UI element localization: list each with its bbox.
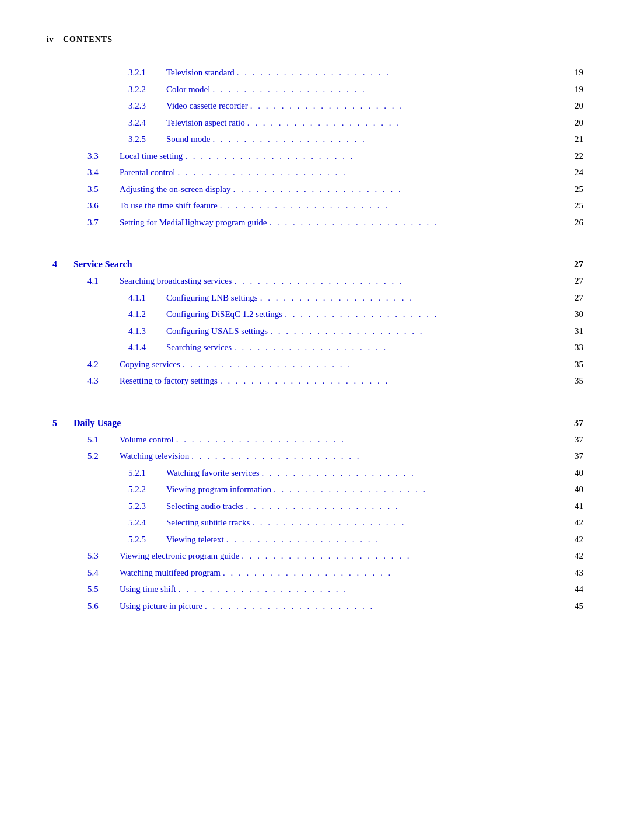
toc-num: 4.1.3 bbox=[128, 325, 166, 338]
toc-title: Configuring USALS settings bbox=[166, 325, 268, 338]
toc-title: Color model bbox=[166, 83, 210, 96]
toc-page: 25 bbox=[566, 183, 583, 196]
toc-entry: 5.2Watching television . . . . . . . . .… bbox=[52, 449, 583, 463]
toc-title: Viewing electronic program guide bbox=[120, 549, 239, 563]
toc-dots: . . . . . . . . . . . . . . . . . . . . bbox=[252, 516, 564, 529]
toc-num: 4.1.1 bbox=[128, 291, 166, 305]
toc-title: Configuring DiSEqC 1.2 settings bbox=[166, 308, 282, 321]
toc-num: 3.2.2 bbox=[128, 83, 166, 96]
page-number-label: iv bbox=[47, 35, 54, 44]
toc-page: 37 bbox=[566, 433, 583, 447]
toc-title: Television standard bbox=[166, 66, 235, 79]
toc-dots: . . . . . . . . . . . . . . . . . . . . … bbox=[242, 549, 564, 563]
toc-title: Adjusting the on-screen display bbox=[120, 183, 230, 196]
toc-dots: . . . . . . . . . . . . . . . . . . . . bbox=[234, 341, 564, 354]
toc-entry: 5.5Using time shift . . . . . . . . . . … bbox=[52, 583, 583, 596]
section-heading: 5Daily Usage37 bbox=[52, 418, 583, 428]
toc-title: Selecting subtitle tracks bbox=[166, 516, 250, 529]
toc-title: Video cassette recorder bbox=[166, 99, 248, 113]
toc-num: 5.3 bbox=[88, 549, 120, 563]
toc-page: 37 bbox=[566, 449, 583, 463]
toc-dots: . . . . . . . . . . . . . . . . . . . . bbox=[262, 466, 564, 480]
toc-num: 3.7 bbox=[88, 216, 120, 229]
toc-entry: 3.2.4Television aspect ratio . . . . . .… bbox=[52, 116, 583, 130]
section-title: Service Search bbox=[74, 259, 566, 270]
toc-page: 41 bbox=[566, 500, 583, 513]
toc-num: 3.4 bbox=[88, 166, 120, 179]
toc-num: 5.2.3 bbox=[128, 500, 166, 513]
toc-page: 42 bbox=[566, 549, 583, 563]
toc-dots: . . . . . . . . . . . . . . . . . . . . bbox=[274, 483, 564, 496]
toc-page: 40 bbox=[566, 466, 583, 480]
toc-dots: . . . . . . . . . . . . . . . . . . . . bbox=[270, 325, 564, 338]
toc-num: 5.2.5 bbox=[128, 533, 166, 546]
toc-title: Setting for MediaHighway program guide bbox=[120, 216, 267, 229]
toc-page: 42 bbox=[566, 516, 583, 529]
toc-page: 42 bbox=[566, 533, 583, 546]
toc-title: Resetting to factory settings bbox=[120, 374, 218, 388]
toc-entry: 5.3Viewing electronic program guide . . … bbox=[52, 549, 583, 563]
toc-title: Configuring LNB settings bbox=[166, 291, 258, 305]
toc-dots: . . . . . . . . . . . . . . . . . . . . bbox=[247, 116, 564, 130]
toc-num: 5.1 bbox=[88, 433, 120, 447]
toc-entry: 4.1Searching broadcasting services . . .… bbox=[52, 274, 583, 288]
toc-dots: . . . . . . . . . . . . . . . . . . . . … bbox=[185, 149, 564, 163]
toc-num: 3.2.5 bbox=[128, 133, 166, 146]
toc-num: 5.2 bbox=[88, 449, 120, 463]
toc-dots: . . . . . . . . . . . . . . . . . . . . … bbox=[220, 199, 564, 212]
toc-dots: . . . . . . . . . . . . . . . . . . . . bbox=[285, 308, 564, 321]
toc-dots: . . . . . . . . . . . . . . . . . . . . … bbox=[191, 449, 564, 463]
toc-page: 45 bbox=[566, 599, 583, 613]
toc-entry: 3.2.5Sound mode . . . . . . . . . . . . … bbox=[52, 133, 583, 146]
toc-entry: 5.2.1Watching favorite services . . . . … bbox=[52, 466, 583, 480]
page-header: iv CONTENTS bbox=[47, 35, 583, 48]
toc-title: Television aspect ratio bbox=[166, 116, 245, 130]
toc-entry: 5.2.2Viewing program information . . . .… bbox=[52, 483, 583, 496]
toc-num: 3.2.3 bbox=[128, 99, 166, 113]
toc-num: 3.2.1 bbox=[128, 66, 166, 79]
toc-page: 19 bbox=[566, 66, 583, 79]
toc-num: 3.2.4 bbox=[128, 116, 166, 130]
toc-dots: . . . . . . . . . . . . . . . . . . . . bbox=[246, 500, 564, 513]
toc-num: 4.2 bbox=[88, 358, 120, 371]
toc-entry: 5.2.5Viewing teletext . . . . . . . . . … bbox=[52, 533, 583, 546]
toc-entry: 3.5Adjusting the on-screen display . . .… bbox=[52, 183, 583, 196]
toc-entry: 5.6Using picture in picture . . . . . . … bbox=[52, 599, 583, 613]
toc-dots: . . . . . . . . . . . . . . . . . . . . … bbox=[183, 358, 564, 371]
toc-title: To use the time shift feature bbox=[120, 199, 218, 212]
toc-dots: . . . . . . . . . . . . . . . . . . . . bbox=[250, 99, 564, 113]
toc-entry: 4.3Resetting to factory settings . . . .… bbox=[52, 374, 583, 388]
toc-title: Using time shift bbox=[120, 583, 176, 596]
toc-num: 3.3 bbox=[88, 149, 120, 163]
toc-dots: . . . . . . . . . . . . . . . . . . . . bbox=[260, 291, 564, 305]
toc-num: 4.3 bbox=[88, 374, 120, 388]
toc-page: 27 bbox=[566, 291, 583, 305]
toc-dots: . . . . . . . . . . . . . . . . . . . . … bbox=[233, 183, 564, 196]
toc-title: Watching multifeed program bbox=[120, 566, 220, 580]
toc-num: 3.6 bbox=[88, 199, 120, 212]
toc-entry: 3.2.1Television standard . . . . . . . .… bbox=[52, 66, 583, 79]
section-page: 37 bbox=[566, 418, 583, 428]
toc-num: 5.5 bbox=[88, 583, 120, 596]
toc-num: 3.5 bbox=[88, 183, 120, 196]
toc-page: 44 bbox=[566, 583, 583, 596]
toc-container: 3.2.1Television standard . . . . . . . .… bbox=[47, 66, 583, 612]
toc-page: 21 bbox=[566, 133, 583, 146]
toc-num: 5.2.1 bbox=[128, 466, 166, 480]
toc-dots: . . . . . . . . . . . . . . . . . . . . … bbox=[220, 374, 564, 388]
toc-page: 26 bbox=[566, 216, 583, 229]
section-num: 5 bbox=[52, 418, 74, 428]
toc-dots: . . . . . . . . . . . . . . . . . . . . bbox=[212, 83, 564, 96]
toc-dots: . . . . . . . . . . . . . . . . . . . . bbox=[226, 533, 564, 546]
toc-page: 24 bbox=[566, 166, 583, 179]
toc-page: 33 bbox=[566, 341, 583, 354]
toc-num: 4.1 bbox=[88, 274, 120, 288]
toc-entry: 4.1.4Searching services . . . . . . . . … bbox=[52, 341, 583, 354]
toc-entry: 3.2.3Video cassette recorder . . . . . .… bbox=[52, 99, 583, 113]
toc-title: Watching television bbox=[120, 449, 189, 463]
toc-dots: . . . . . . . . . . . . . . . . . . . . … bbox=[177, 166, 564, 179]
toc-page: 19 bbox=[566, 83, 583, 96]
toc-title: Selecting audio tracks bbox=[166, 500, 243, 513]
toc-dots: . . . . . . . . . . . . . . . . . . . . … bbox=[223, 566, 564, 580]
toc-title: Local time setting bbox=[120, 149, 183, 163]
